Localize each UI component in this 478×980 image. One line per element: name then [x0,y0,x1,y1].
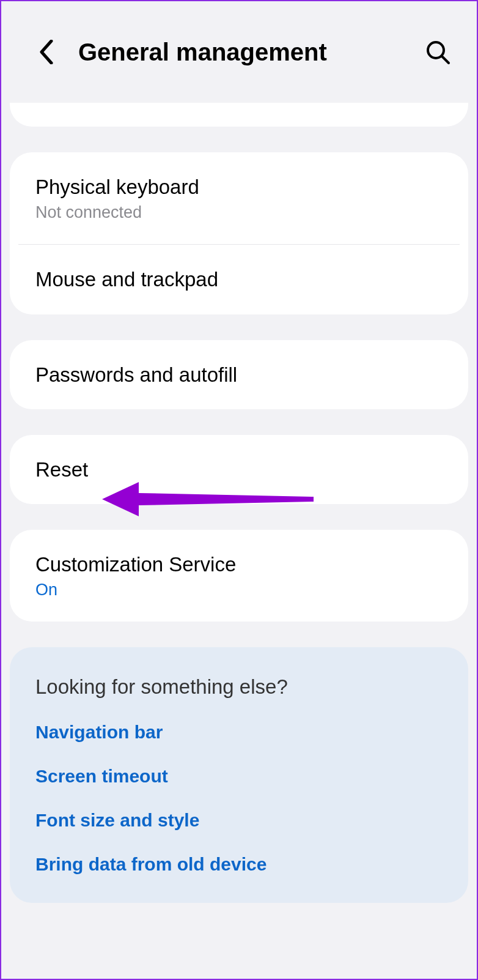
item-label: Customization Service [35,552,443,577]
suggestion-link-bring-data[interactable]: Bring data from old device [35,854,443,875]
reset-item[interactable]: Reset [10,435,468,504]
app-header: General management [1,1,477,103]
suggestion-link-font[interactable]: Font size and style [35,810,443,831]
settings-card-reset: Reset [10,435,468,504]
item-subtext: On [35,581,443,600]
item-label: Physical keyboard [35,174,443,199]
passwords-autofill-item[interactable]: Passwords and autofill [10,340,468,409]
search-icon[interactable] [423,37,452,67]
svg-line-1 [442,56,449,63]
physical-keyboard-item[interactable]: Physical keyboard Not connected [10,152,468,244]
content-scroll[interactable]: Keyboard list and default Physical keybo… [1,103,477,979]
item-label: Passwords and autofill [35,362,443,387]
keyboard-list-item[interactable]: Keyboard list and default [10,103,468,127]
settings-card-input: Physical keyboard Not connected Mouse an… [10,152,468,314]
settings-card-passwords: Passwords and autofill [10,340,468,409]
item-subtext: Not connected [35,203,443,222]
suggestion-link-screen-timeout[interactable]: Screen timeout [35,766,443,787]
settings-card-partial: Keyboard list and default [10,103,468,127]
page-title: General management [78,39,423,66]
customization-service-item[interactable]: Customization Service On [10,530,468,622]
item-label: Mouse and trackpad [35,267,443,292]
suggestions-card: Looking for something else? Navigation b… [10,647,468,903]
suggestions-title: Looking for something else? [35,675,443,699]
suggestion-link-nav-bar[interactable]: Navigation bar [35,722,443,743]
mouse-trackpad-item[interactable]: Mouse and trackpad [18,244,460,314]
settings-card-customization: Customization Service On [10,530,468,622]
back-icon[interactable] [32,37,61,67]
item-label: Reset [35,457,443,482]
